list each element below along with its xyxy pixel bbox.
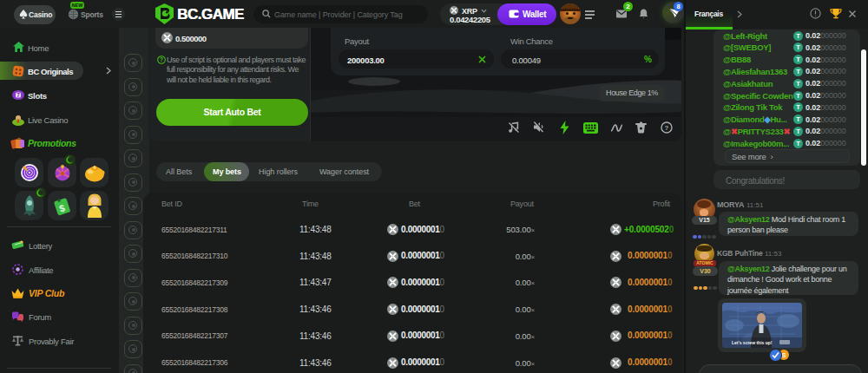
svg-text:Let's screw this up!: Let's screw this up! [732, 340, 773, 345]
svg-text:?: ? [665, 124, 669, 132]
svg-text:?: ? [160, 56, 163, 62]
svg-text:7: 7 [16, 92, 20, 98]
